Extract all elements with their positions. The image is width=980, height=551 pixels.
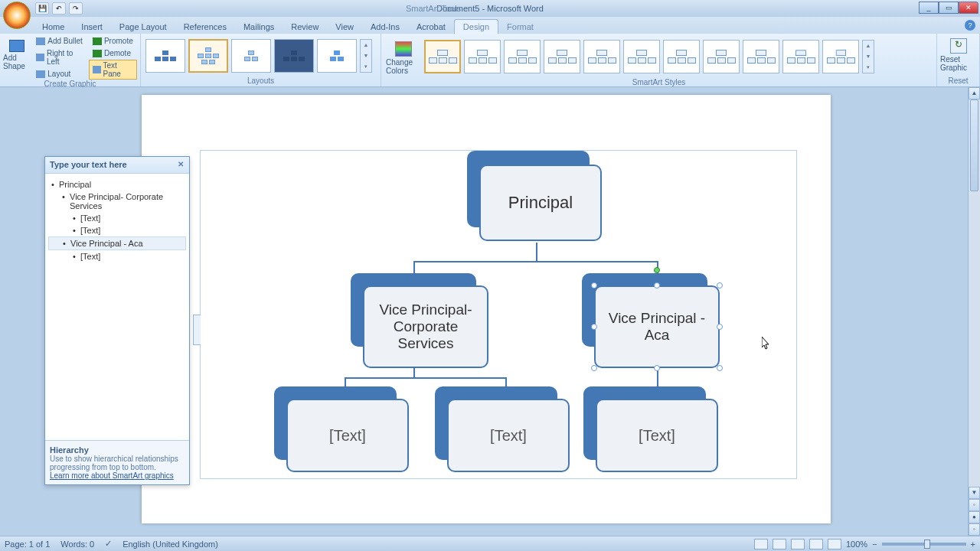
rtl-button[interactable]: Right to Left xyxy=(32,47,87,67)
style-option-4[interactable] xyxy=(544,40,580,73)
layout-option-3[interactable] xyxy=(231,39,271,73)
tab-view[interactable]: View xyxy=(327,20,362,34)
connector xyxy=(345,377,507,379)
tab-addins[interactable]: Add-Ins xyxy=(362,20,408,34)
resize-handle-w[interactable] xyxy=(591,324,597,330)
node-text-2-label: [Text] xyxy=(447,399,570,472)
resize-handle-s[interactable] xyxy=(654,365,660,371)
status-language[interactable]: English (United Kingdom) xyxy=(122,540,218,549)
view-print-layout-button[interactable] xyxy=(754,539,768,549)
text-pane-footer-title: Hierarchy xyxy=(50,445,89,455)
office-button[interactable] xyxy=(3,2,31,29)
text-pane-close-button[interactable]: ✕ xyxy=(175,160,186,171)
text-pane-footer: Hierarchy Use to show hierarchical relat… xyxy=(45,440,189,484)
learn-more-link[interactable]: Learn more about SmartArt graphics xyxy=(50,471,174,480)
add-bullet-button[interactable]: Add Bullet xyxy=(32,35,87,47)
view-full-screen-button[interactable] xyxy=(773,539,786,549)
layout-button[interactable]: Layout xyxy=(32,68,87,80)
style-option-1[interactable] xyxy=(424,40,461,73)
zoom-slider-thumb[interactable] xyxy=(924,540,930,549)
tp-item-text-2[interactable]: [Text] xyxy=(48,224,186,236)
text-pane-button[interactable]: Text Pane xyxy=(89,60,137,80)
text-pane-body[interactable]: Principal Vice Principal- Corporate Serv… xyxy=(45,174,189,440)
zoom-slider[interactable] xyxy=(882,543,966,546)
browse-object-button[interactable]: ● xyxy=(969,511,980,523)
zoom-in-button[interactable]: + xyxy=(971,540,975,549)
tab-acrobat[interactable]: Acrobat xyxy=(408,20,454,34)
vertical-scrollbar[interactable]: ▲ ▼ ◦ ● ◦ xyxy=(968,87,980,536)
styles-more-button[interactable]: ▲▼▾ xyxy=(862,40,874,73)
tp-item-principal[interactable]: Principal xyxy=(48,178,186,191)
status-words[interactable]: Words: 0 xyxy=(60,540,94,549)
demote-button[interactable]: Demote xyxy=(89,47,137,59)
tab-insert[interactable]: Insert xyxy=(73,20,111,34)
connector xyxy=(413,261,658,262)
style-option-7[interactable] xyxy=(663,40,700,73)
minimize-button[interactable]: _ xyxy=(919,2,939,14)
smartart-canvas[interactable]: Principal Vice Principal- Corporate Serv… xyxy=(200,150,797,479)
help-button[interactable]: ? xyxy=(965,20,975,31)
resize-handle-ne[interactable] xyxy=(717,282,723,289)
scroll-down-button[interactable]: ▼ xyxy=(969,487,980,499)
text-pane-toggle[interactable] xyxy=(193,315,201,345)
style-option-2[interactable] xyxy=(464,40,501,73)
add-shape-button[interactable]: Add Shape xyxy=(3,35,31,70)
tab-design[interactable]: Design xyxy=(454,19,498,34)
tp-item-text-1[interactable]: [Text] xyxy=(48,212,186,224)
resize-handle-nw[interactable] xyxy=(591,282,597,289)
close-button[interactable]: ✕ xyxy=(959,2,978,14)
tab-mailings[interactable]: Mailings xyxy=(235,20,283,34)
save-button[interactable]: 💾 xyxy=(35,2,49,15)
layout-option-1[interactable] xyxy=(145,39,185,73)
text-pane[interactable]: Type your text here ✕ Principal Vice Pri… xyxy=(44,156,190,485)
resize-handle-e[interactable] xyxy=(717,324,723,330)
tab-page-layout[interactable]: Page Layout xyxy=(111,20,175,34)
resize-handle-sw[interactable] xyxy=(591,365,597,371)
style-option-8[interactable] xyxy=(703,40,740,73)
style-option-10[interactable] xyxy=(782,40,819,73)
promote-button[interactable]: Promote xyxy=(89,35,137,47)
node-text-1-label: [Text] xyxy=(286,399,409,472)
browse-prev-button[interactable]: ◦ xyxy=(969,499,980,511)
tp-item-vp-corp[interactable]: Vice Principal- Corporate Services xyxy=(48,191,186,212)
style-option-9[interactable] xyxy=(743,40,779,73)
change-colors-button[interactable]: Change Colors xyxy=(386,38,421,75)
document-area: Principal Vice Principal- Corporate Serv… xyxy=(0,87,968,536)
tp-item-vp-aca[interactable]: Vice Principal - Aca xyxy=(48,236,186,250)
resize-handle-n[interactable] xyxy=(654,282,660,289)
tab-review[interactable]: Review xyxy=(283,20,327,34)
change-colors-icon xyxy=(395,41,412,57)
reset-graphic-label: Reset Graphic xyxy=(940,55,976,72)
view-outline-button[interactable] xyxy=(809,539,823,549)
zoom-level[interactable]: 100% xyxy=(846,540,867,549)
tab-format[interactable]: Format xyxy=(498,20,542,34)
status-page[interactable]: Page: 1 of 1 xyxy=(5,540,50,549)
view-draft-button[interactable] xyxy=(828,539,841,549)
view-web-button[interactable] xyxy=(791,539,805,549)
reset-graphic-button[interactable]: Reset Graphic xyxy=(940,35,976,72)
style-option-5[interactable] xyxy=(583,40,620,73)
redo-button[interactable]: ↷ xyxy=(69,2,83,15)
zoom-out-button[interactable]: − xyxy=(872,540,877,549)
status-spellcheck-icon[interactable]: ✓ xyxy=(105,539,112,549)
style-option-11[interactable] xyxy=(822,40,859,73)
resize-handle-se[interactable] xyxy=(717,365,723,371)
maximize-button[interactable]: ▭ xyxy=(939,2,959,14)
browse-next-button[interactable]: ◦ xyxy=(969,523,980,536)
style-option-6[interactable] xyxy=(623,40,660,73)
scroll-up-button[interactable]: ▲ xyxy=(969,87,980,99)
undo-button[interactable]: ↶ xyxy=(52,2,66,15)
document-page[interactable]: Principal Vice Principal- Corporate Serv… xyxy=(142,95,831,523)
style-option-3[interactable] xyxy=(504,40,541,73)
rotate-handle[interactable] xyxy=(654,267,660,273)
layout-option-2[interactable] xyxy=(188,39,228,73)
layout-option-4[interactable] xyxy=(274,39,314,73)
layouts-more-button[interactable]: ▲▼▾ xyxy=(360,39,372,73)
window-controls: _ ▭ ✕ xyxy=(919,2,978,14)
scroll-thumb[interactable] xyxy=(970,99,978,191)
ribbon-group-smartart-styles: Change Colors ▲▼▾ SmartArt Styles xyxy=(381,34,937,86)
tp-item-text-3[interactable]: [Text] xyxy=(48,250,186,262)
tab-references[interactable]: References xyxy=(175,20,235,34)
layout-option-5[interactable] xyxy=(317,39,357,73)
tab-home[interactable]: Home xyxy=(34,20,73,34)
